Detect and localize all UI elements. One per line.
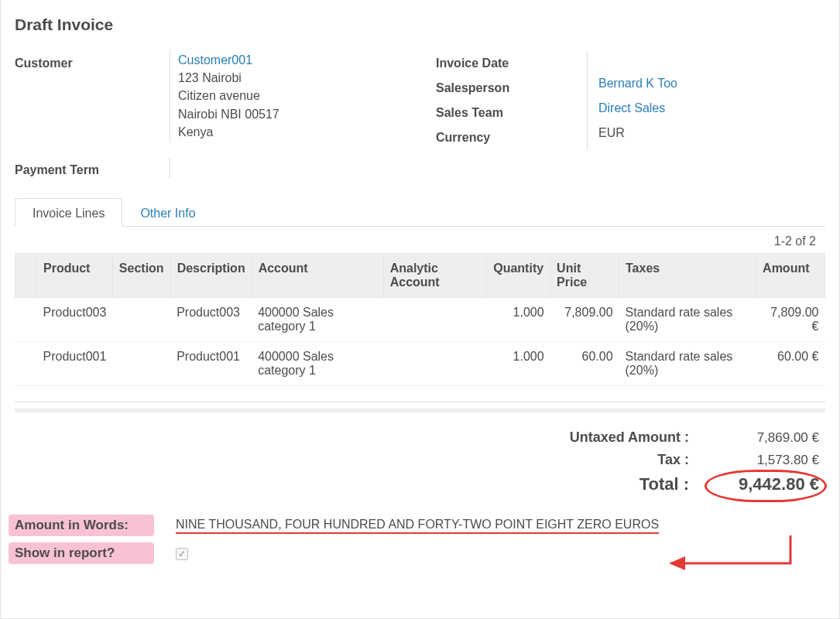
- col-description[interactable]: Description: [170, 254, 252, 298]
- cell-section: [112, 298, 170, 342]
- cell-amount: 60.00 €: [756, 342, 825, 386]
- total-value-text: 9,442.80 €: [739, 474, 819, 494]
- tab-invoice-lines[interactable]: Invoice Lines: [15, 198, 122, 227]
- amount-in-words-label: Amount in Words:: [9, 515, 154, 536]
- row-handle[interactable]: [15, 298, 37, 342]
- amount-in-words-value: NINE THOUSAND, FOUR HUNDRED AND FORTY-TW…: [176, 518, 659, 534]
- cell-analytic-account: [383, 342, 487, 386]
- col-quantity[interactable]: Quantity: [487, 254, 550, 298]
- show-in-report-label: Show in report?: [9, 542, 154, 564]
- col-taxes[interactable]: Taxes: [619, 254, 756, 298]
- col-unit-price[interactable]: Unit Price: [550, 254, 619, 298]
- invoice-date-label: Invoice Date: [436, 51, 579, 76]
- currency-label: Currency: [436, 125, 579, 150]
- customer-label: Customer: [15, 51, 170, 76]
- untaxed-amount-label: Untaxed Amount :: [570, 429, 689, 446]
- col-product[interactable]: Product: [37, 254, 113, 298]
- sales-team-label: Sales Team: [436, 101, 579, 125]
- col-analytic-account[interactable]: Analytic Account: [383, 254, 487, 298]
- col-account[interactable]: Account: [252, 254, 383, 298]
- total-label: Total :: [639, 474, 689, 494]
- customer-address-line1: 123 Nairobi: [178, 69, 433, 87]
- cell-quantity: 1.000: [487, 342, 550, 386]
- salesperson-link[interactable]: Bernard K Too: [598, 71, 825, 96]
- tab-other-info[interactable]: Other Info: [122, 198, 213, 227]
- col-section[interactable]: Section: [112, 254, 170, 298]
- salesperson-label: Salesperson: [436, 76, 579, 101]
- cell-product: Product001: [37, 342, 113, 386]
- page-title: Draft Invoice: [15, 15, 825, 34]
- customer-address-line2: Citizen avenue: [178, 87, 433, 104]
- untaxed-amount-value: 7,869.00 €: [711, 430, 819, 446]
- cell-description: Product001: [170, 342, 252, 386]
- cell-unit-price: 7,809.00: [550, 298, 619, 342]
- tax-value: 1,573.80 €: [711, 453, 819, 468]
- cell-amount: 7,809.00 €: [756, 298, 825, 342]
- cell-quantity: 1.000: [487, 298, 550, 342]
- show-in-report-checkbox[interactable]: ✓: [176, 548, 188, 560]
- tabs: Invoice Lines Other Info: [15, 198, 825, 227]
- customer-address-line3: Nairobi NBI 00517: [178, 105, 433, 123]
- row-handle[interactable]: [15, 342, 37, 386]
- header-row: Customer Customer001 123 Nairobi Citizen…: [15, 51, 825, 150]
- cell-section: [112, 342, 170, 386]
- footer-section: Amount in Words: NINE THOUSAND, FOUR HUN…: [15, 515, 825, 564]
- cell-description: Product003: [170, 298, 252, 342]
- invoice-date-value: [598, 51, 825, 71]
- cell-account: 400000 Sales category 1: [252, 342, 383, 386]
- customer-name-link[interactable]: Customer001: [178, 51, 433, 69]
- pager: 1-2 of 2: [15, 227, 825, 253]
- payment-term-row: Payment Term: [15, 158, 825, 183]
- cell-taxes: Standard rate sales (20%): [619, 298, 756, 342]
- invoice-lines-table: Product Section Description Account Anal…: [15, 253, 825, 386]
- table-header-row: Product Section Description Account Anal…: [15, 254, 825, 298]
- customer-country: Kenya: [178, 123, 433, 141]
- cell-analytic-account: [383, 298, 487, 342]
- cell-taxes: Standard rate sales (20%): [619, 342, 756, 386]
- cell-unit-price: 60.00: [550, 342, 619, 386]
- col-amount[interactable]: Amount: [756, 254, 825, 298]
- col-drag-handle: [15, 254, 37, 298]
- customer-block: Customer001 123 Nairobi Citizen avenue N…: [170, 51, 433, 141]
- sales-team-link[interactable]: Direct Sales: [598, 96, 825, 121]
- invoice-form: Draft Invoice Customer Customer001 123 N…: [0, 0, 840, 619]
- cell-account: 400000 Sales category 1: [252, 298, 383, 342]
- total-value: 9,442.80 €: [711, 474, 819, 494]
- totals-block: Untaxed Amount : 7,869.00 € Tax : 1,573.…: [15, 426, 825, 498]
- table-row[interactable]: Product003Product003400000 Sales categor…: [15, 298, 825, 342]
- table-row[interactable]: Product001Product001400000 Sales categor…: [15, 342, 825, 386]
- tax-label: Tax :: [657, 452, 689, 468]
- cell-product: Product003: [37, 298, 113, 342]
- currency-value: EUR: [598, 121, 825, 145]
- payment-term-label: Payment Term: [15, 158, 170, 183]
